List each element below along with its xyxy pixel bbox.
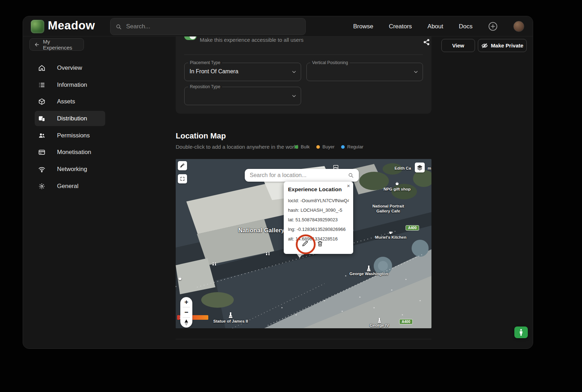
brand-name[interactable]: Meadow bbox=[48, 19, 95, 32]
gear-icon bbox=[38, 183, 45, 190]
map-label-edith-2: m bbox=[428, 166, 431, 170]
global-search bbox=[110, 18, 306, 35]
compass-icon bbox=[184, 319, 188, 326]
zoom-out-button[interactable]: − bbox=[180, 307, 192, 317]
arrow-left-icon bbox=[34, 42, 40, 47]
sidebar-item-information[interactable]: Information bbox=[35, 77, 105, 92]
map-fullscreen-button[interactable] bbox=[178, 174, 187, 183]
map-label-npg-gift-shop: NPG gift shop bbox=[384, 187, 411, 191]
app-window: Overview Information Assets Distribution… bbox=[23, 16, 533, 349]
meadow-logo[interactable] bbox=[31, 20, 44, 33]
map-label-edith: Edith Ca bbox=[395, 166, 411, 170]
wifi-icon bbox=[38, 166, 45, 173]
share-icon[interactable] bbox=[423, 39, 430, 47]
sidebar-item-overview[interactable]: Overview bbox=[35, 60, 105, 75]
people-icon bbox=[38, 132, 45, 139]
basket-icon bbox=[178, 276, 182, 282]
expand-icon bbox=[180, 176, 185, 181]
my-experiences-button[interactable]: My Experiences bbox=[29, 38, 84, 51]
nav-browse[interactable]: Browse bbox=[353, 23, 373, 30]
restroom-icon bbox=[211, 262, 217, 268]
vertical-positioning-select[interactable]: Vertical Positioning bbox=[306, 63, 423, 81]
location-map-subtitle: Double-click to add a location anywhere … bbox=[176, 144, 298, 150]
sidebar-item-assets[interactable]: Assets bbox=[35, 94, 105, 109]
legend-item-bulk: Bulk bbox=[295, 144, 310, 149]
sidebar-item-label: Networking bbox=[57, 166, 87, 173]
nav-creators[interactable]: Creators bbox=[389, 23, 412, 30]
row-value: 51.50878439259023 bbox=[295, 217, 338, 222]
sidebar-item-label: Assets bbox=[57, 98, 75, 105]
sidebar-item-label: Permissions bbox=[57, 132, 90, 139]
bulk-dot-icon bbox=[295, 145, 298, 149]
map-label-national-gallery: National Gallery bbox=[238, 227, 284, 234]
map-draw-tool-button[interactable] bbox=[178, 161, 187, 170]
nav-about[interactable]: About bbox=[428, 23, 443, 30]
location-map-canvas[interactable]: Edith Ca m National Gallery NPG gift sho… bbox=[176, 159, 431, 328]
access-toggle-label: Make this experience accessible to all u… bbox=[200, 37, 304, 43]
sidebar-item-permissions[interactable]: Permissions bbox=[35, 128, 105, 143]
row-key: alt: bbox=[288, 236, 294, 242]
search-icon[interactable] bbox=[348, 172, 354, 178]
sidebar-item-distribution[interactable]: Distribution bbox=[35, 111, 105, 126]
chevron-down-icon bbox=[413, 69, 418, 76]
reposition-type-select[interactable]: Reposition Type bbox=[184, 87, 301, 105]
view-button[interactable]: View bbox=[441, 39, 475, 52]
map-zoom-control: + − bbox=[180, 297, 192, 328]
location-map-title: Location Map bbox=[176, 131, 226, 141]
placement-type-select[interactable]: Placement Type In Front Of Camera bbox=[184, 63, 301, 81]
compass-button[interactable] bbox=[180, 318, 192, 328]
chevron-down-icon bbox=[292, 69, 296, 76]
make-private-button[interactable]: Make Private bbox=[478, 39, 527, 52]
add-button[interactable] bbox=[488, 22, 498, 31]
legend-label: Buyer bbox=[322, 144, 334, 149]
popup-row-locid: locId: -Ooum8YLN7CVfNiwQ4wF bbox=[288, 196, 349, 205]
regular-dot-icon bbox=[341, 145, 345, 149]
row-value: -Ooum8YLN7CVfNiwQ4wF bbox=[300, 198, 349, 203]
sidebar-item-networking[interactable]: Networking bbox=[35, 161, 105, 177]
trash-icon bbox=[317, 240, 323, 247]
popup-row-lng: lng: -0.12836135280826966 bbox=[288, 225, 349, 234]
close-icon[interactable]: × bbox=[347, 183, 350, 188]
legend-label: Regular bbox=[347, 144, 363, 149]
sidebar-item-label: Overview bbox=[57, 64, 82, 72]
road-badge-a400: A400 bbox=[399, 319, 413, 324]
map-label-portrait-2: Gallery Cafe bbox=[376, 209, 400, 213]
map-layers-button[interactable] bbox=[415, 163, 425, 172]
screen: Overview Information Assets Distribution… bbox=[0, 0, 582, 392]
legend-item-regular: Regular bbox=[341, 144, 363, 149]
search-icon bbox=[115, 23, 122, 30]
nav-docs[interactable]: Docs bbox=[459, 23, 473, 30]
legend-item-buyer: Buyer bbox=[316, 144, 334, 149]
statue-icon bbox=[229, 312, 232, 320]
sidebar-item-label: Information bbox=[57, 81, 87, 89]
field-label: Placement Type bbox=[188, 60, 222, 65]
eye-off-icon bbox=[481, 42, 488, 49]
field-value: In Front Of Camera bbox=[190, 68, 238, 75]
sidebar-item-monetisation[interactable]: Monetisation bbox=[35, 144, 105, 160]
row-key: hash: bbox=[288, 208, 299, 213]
make-private-label: Make Private bbox=[491, 42, 524, 49]
popup-title: Experience Location bbox=[288, 186, 349, 193]
zoom-in-button[interactable]: + bbox=[180, 297, 192, 307]
row-value: -0.12836135280826966 bbox=[297, 227, 346, 232]
basket-icon bbox=[395, 181, 400, 187]
credit-card-icon bbox=[38, 149, 45, 156]
sidebar-item-label: Distribution bbox=[57, 115, 87, 122]
legend-label: Bulk bbox=[301, 144, 310, 149]
home-icon bbox=[38, 64, 45, 72]
map-label-muriels: Muriel's Kitchen bbox=[375, 235, 406, 239]
delete-location-button[interactable] bbox=[317, 240, 323, 247]
view-button-label: View bbox=[452, 42, 464, 49]
field-label: Reposition Type bbox=[188, 84, 222, 89]
distribution-settings-card: Make this experience accessible to all u… bbox=[176, 27, 431, 114]
edit-location-button[interactable] bbox=[301, 240, 309, 248]
sidebar-item-label: General bbox=[57, 183, 78, 190]
user-avatar[interactable] bbox=[513, 21, 524, 32]
sidebar-item-general[interactable]: General bbox=[35, 178, 105, 194]
map-search-box bbox=[245, 169, 359, 182]
search-input[interactable] bbox=[126, 23, 300, 30]
map-search-input[interactable] bbox=[250, 172, 348, 178]
row-value: LOCHASH_3090_-5 bbox=[300, 208, 342, 213]
accessibility-widget-button[interactable] bbox=[514, 326, 528, 338]
divider bbox=[184, 55, 423, 55]
